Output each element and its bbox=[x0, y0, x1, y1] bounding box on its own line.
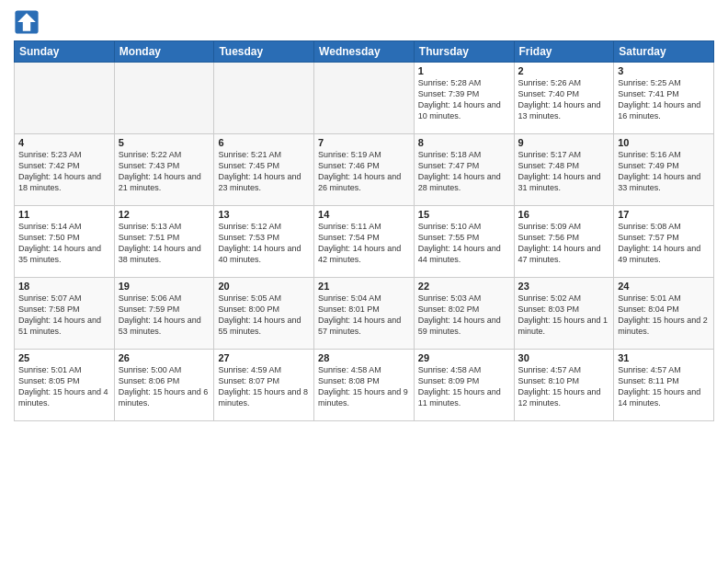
calendar-cell bbox=[214, 63, 314, 134]
calendar-cell: 24 Sunrise: 5:01 AMSunset: 8:04 PMDaylig… bbox=[614, 278, 714, 350]
day-number: 23 bbox=[518, 281, 610, 292]
day-header-wednesday: Wednesday bbox=[314, 41, 415, 63]
day-info: Sunrise: 5:19 AMSunset: 7:46 PMDaylight:… bbox=[318, 150, 401, 192]
calendar-cell: 7 Sunrise: 5:19 AMSunset: 7:46 PMDayligh… bbox=[314, 134, 415, 206]
page: SundayMondayTuesdayWednesdayThursdayFrid… bbox=[0, 0, 728, 563]
calendar-cell: 16 Sunrise: 5:09 AMSunset: 7:56 PMDaylig… bbox=[514, 206, 614, 278]
day-number: 21 bbox=[318, 281, 410, 292]
day-number: 22 bbox=[418, 281, 510, 292]
day-info: Sunrise: 5:08 AMSunset: 7:57 PMDaylight:… bbox=[618, 222, 700, 264]
day-info: Sunrise: 5:01 AMSunset: 8:04 PMDaylight:… bbox=[618, 293, 708, 336]
day-info: Sunrise: 5:16 AMSunset: 7:49 PMDaylight:… bbox=[618, 150, 700, 192]
calendar-cell: 20 Sunrise: 5:05 AMSunset: 8:00 PMDaylig… bbox=[214, 278, 314, 350]
day-number: 14 bbox=[318, 209, 410, 220]
calendar-cell: 3 Sunrise: 5:25 AMSunset: 7:41 PMDayligh… bbox=[614, 63, 714, 134]
logo-icon bbox=[14, 9, 40, 35]
calendar-cell: 2 Sunrise: 5:26 AMSunset: 7:40 PMDayligh… bbox=[514, 63, 614, 134]
calendar-cell bbox=[15, 63, 115, 134]
day-number: 30 bbox=[518, 352, 610, 363]
day-header-tuesday: Tuesday bbox=[214, 41, 314, 63]
day-info: Sunrise: 5:23 AMSunset: 7:42 PMDaylight:… bbox=[18, 150, 101, 192]
day-number: 15 bbox=[418, 209, 510, 220]
day-info: Sunrise: 5:18 AMSunset: 7:47 PMDaylight:… bbox=[418, 150, 501, 192]
logo bbox=[14, 9, 43, 35]
day-info: Sunrise: 5:13 AMSunset: 7:51 PMDaylight:… bbox=[119, 222, 201, 264]
calendar-cell: 22 Sunrise: 5:03 AMSunset: 8:02 PMDaylig… bbox=[414, 278, 514, 350]
day-number: 27 bbox=[218, 352, 310, 363]
calendar-cell: 17 Sunrise: 5:08 AMSunset: 7:57 PMDaylig… bbox=[614, 206, 714, 278]
day-header-monday: Monday bbox=[114, 41, 214, 63]
day-number: 6 bbox=[218, 137, 310, 148]
day-number: 7 bbox=[318, 137, 410, 148]
day-number: 1 bbox=[418, 65, 510, 76]
calendar-cell bbox=[314, 63, 415, 134]
calendar-cell: 23 Sunrise: 5:02 AMSunset: 8:03 PMDaylig… bbox=[514, 278, 614, 350]
day-info: Sunrise: 5:14 AMSunset: 7:50 PMDaylight:… bbox=[18, 222, 101, 264]
calendar-cell: 25 Sunrise: 5:01 AMSunset: 8:05 PMDaylig… bbox=[15, 350, 115, 421]
day-info: Sunrise: 4:57 AMSunset: 8:11 PMDaylight:… bbox=[618, 365, 700, 408]
day-info: Sunrise: 5:05 AMSunset: 8:00 PMDaylight:… bbox=[218, 293, 301, 336]
day-number: 28 bbox=[318, 352, 410, 363]
calendar-cell: 30 Sunrise: 4:57 AMSunset: 8:10 PMDaylig… bbox=[514, 350, 614, 421]
calendar-cell: 6 Sunrise: 5:21 AMSunset: 7:45 PMDayligh… bbox=[214, 134, 314, 206]
calendar-cell: 27 Sunrise: 4:59 AMSunset: 8:07 PMDaylig… bbox=[214, 350, 314, 421]
day-number: 8 bbox=[418, 137, 510, 148]
day-number: 10 bbox=[618, 137, 710, 148]
day-number: 20 bbox=[218, 281, 310, 292]
calendar-cell: 5 Sunrise: 5:22 AMSunset: 7:43 PMDayligh… bbox=[114, 134, 214, 206]
day-info: Sunrise: 4:58 AMSunset: 8:08 PMDaylight:… bbox=[318, 365, 408, 408]
day-number: 2 bbox=[518, 65, 610, 76]
day-info: Sunrise: 5:11 AMSunset: 7:54 PMDaylight:… bbox=[318, 222, 401, 264]
day-number: 31 bbox=[618, 352, 710, 363]
calendar-cell: 14 Sunrise: 5:11 AMSunset: 7:54 PMDaylig… bbox=[314, 206, 415, 278]
header bbox=[14, 9, 714, 35]
day-number: 3 bbox=[618, 65, 710, 76]
day-info: Sunrise: 5:09 AMSunset: 7:56 PMDaylight:… bbox=[518, 222, 601, 264]
day-number: 12 bbox=[119, 209, 210, 220]
calendar-cell: 26 Sunrise: 5:00 AMSunset: 8:06 PMDaylig… bbox=[114, 350, 214, 421]
day-number: 9 bbox=[518, 137, 610, 148]
day-number: 24 bbox=[618, 281, 710, 292]
day-info: Sunrise: 5:12 AMSunset: 7:53 PMDaylight:… bbox=[218, 222, 301, 264]
calendar-cell: 4 Sunrise: 5:23 AMSunset: 7:42 PMDayligh… bbox=[15, 134, 115, 206]
day-number: 25 bbox=[18, 352, 110, 363]
day-info: Sunrise: 5:06 AMSunset: 7:59 PMDaylight:… bbox=[119, 293, 201, 336]
day-number: 29 bbox=[418, 352, 510, 363]
day-info: Sunrise: 5:21 AMSunset: 7:45 PMDaylight:… bbox=[218, 150, 301, 192]
day-info: Sunrise: 5:00 AMSunset: 8:06 PMDaylight:… bbox=[119, 365, 209, 408]
calendar-cell: 1 Sunrise: 5:28 AMSunset: 7:39 PMDayligh… bbox=[414, 63, 514, 134]
day-info: Sunrise: 5:04 AMSunset: 8:01 PMDaylight:… bbox=[318, 293, 401, 336]
day-info: Sunrise: 5:17 AMSunset: 7:48 PMDaylight:… bbox=[518, 150, 601, 192]
calendar-cell: 12 Sunrise: 5:13 AMSunset: 7:51 PMDaylig… bbox=[114, 206, 214, 278]
day-number: 26 bbox=[119, 352, 210, 363]
day-info: Sunrise: 4:58 AMSunset: 8:09 PMDaylight:… bbox=[418, 365, 501, 408]
day-info: Sunrise: 5:03 AMSunset: 8:02 PMDaylight:… bbox=[418, 293, 501, 336]
day-info: Sunrise: 5:10 AMSunset: 7:55 PMDaylight:… bbox=[418, 222, 501, 264]
day-info: Sunrise: 4:59 AMSunset: 8:07 PMDaylight:… bbox=[218, 365, 308, 408]
day-number: 13 bbox=[218, 209, 310, 220]
day-number: 18 bbox=[18, 281, 110, 292]
calendar-cell: 15 Sunrise: 5:10 AMSunset: 7:55 PMDaylig… bbox=[414, 206, 514, 278]
day-info: Sunrise: 5:26 AMSunset: 7:40 PMDaylight:… bbox=[518, 78, 601, 121]
day-number: 16 bbox=[518, 209, 610, 220]
day-header-sunday: Sunday bbox=[15, 41, 115, 63]
day-number: 19 bbox=[119, 281, 210, 292]
day-header-friday: Friday bbox=[514, 41, 614, 63]
day-info: Sunrise: 5:07 AMSunset: 7:58 PMDaylight:… bbox=[18, 293, 101, 336]
day-number: 17 bbox=[618, 209, 710, 220]
day-info: Sunrise: 4:57 AMSunset: 8:10 PMDaylight:… bbox=[518, 365, 601, 408]
calendar-cell: 21 Sunrise: 5:04 AMSunset: 8:01 PMDaylig… bbox=[314, 278, 415, 350]
day-number: 5 bbox=[119, 137, 210, 148]
calendar-cell: 8 Sunrise: 5:18 AMSunset: 7:47 PMDayligh… bbox=[414, 134, 514, 206]
calendar-cell: 18 Sunrise: 5:07 AMSunset: 7:58 PMDaylig… bbox=[15, 278, 115, 350]
calendar-cell: 10 Sunrise: 5:16 AMSunset: 7:49 PMDaylig… bbox=[614, 134, 714, 206]
day-info: Sunrise: 5:01 AMSunset: 8:05 PMDaylight:… bbox=[18, 365, 108, 408]
calendar-cell: 19 Sunrise: 5:06 AMSunset: 7:59 PMDaylig… bbox=[114, 278, 214, 350]
day-number: 4 bbox=[18, 137, 110, 148]
calendar-cell bbox=[114, 63, 214, 134]
calendar: SundayMondayTuesdayWednesdayThursdayFrid… bbox=[14, 40, 714, 421]
calendar-cell: 28 Sunrise: 4:58 AMSunset: 8:08 PMDaylig… bbox=[314, 350, 415, 421]
day-info: Sunrise: 5:02 AMSunset: 8:03 PMDaylight:… bbox=[518, 293, 609, 336]
calendar-cell: 29 Sunrise: 4:58 AMSunset: 8:09 PMDaylig… bbox=[414, 350, 514, 421]
calendar-cell: 9 Sunrise: 5:17 AMSunset: 7:48 PMDayligh… bbox=[514, 134, 614, 206]
